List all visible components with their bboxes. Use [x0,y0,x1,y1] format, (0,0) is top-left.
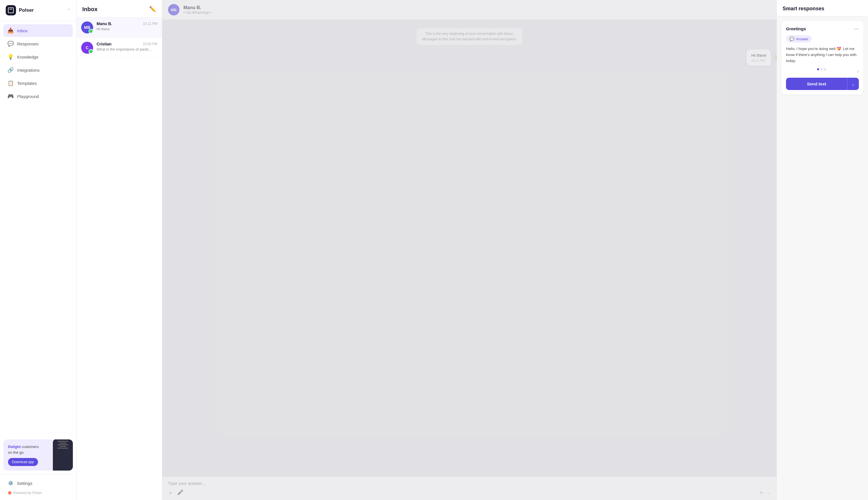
chat-user-avatar: MB [168,4,180,15]
send-text-wrapper: Send text ⌄ [786,78,859,90]
chat-tools-left: ＋ 🎤 [168,489,183,496]
sidebar-item-label-knowledge: Knowledge [17,55,38,59]
conv-preview-cristian: What is the importance of packi... [96,47,158,52]
sidebar-header: Polser ⌃ [0,0,76,21]
response-dots [786,68,857,70]
chat-user-info: Manu B. • Via WhatsApp • [183,5,771,14]
sidebar-item-responses[interactable]: 💬 Responses [3,37,73,50]
greetings-section-header: Greetings — [786,26,859,32]
app-logo [6,5,16,15]
promo-text: Delight customers on the go. [8,444,42,455]
chat-user-name: Manu B. [183,5,771,10]
system-message: This is the very beginning of your conve… [416,28,523,45]
message-time: 10:11 PM [751,59,766,62]
settings-icon: ⚙️ [8,480,13,486]
sidebar-item-inbox[interactable]: 📥 Inbox [3,24,73,37]
avatar-cristian: C ✓ [81,42,93,54]
sidebar-item-integrations[interactable]: 🔗 Integrations [3,64,73,76]
conversation-list: MB ✓ Manu B. 10:11 PM Hi there C ✓ Crist… [77,18,162,500]
sidebar-nav: 📥 Inbox 💬 Responses 💡 Knowledge 🔗 Integr… [0,21,76,436]
avatar-manu: MB ✓ [81,21,93,33]
answer-tag-icon: 💬 [789,36,794,41]
send-text-dropdown-button[interactable]: ⌄ [847,78,859,90]
whatsapp-badge-cristian: ✓ [89,49,93,54]
chat-header: MB Manu B. • Via WhatsApp • [162,0,777,20]
message-wrapper: Hi there 10:11 PM 😊 [168,49,771,66]
brand-chevron-icon[interactable]: ⌃ [67,8,71,13]
conv-preview-manu: Hi there [96,27,158,31]
smart-panel: Smart responses Greetings — 💬 Answer Hel… [777,0,868,500]
whatsapp-badge-manu: ✓ [89,29,93,33]
download-app-button[interactable]: Download app [8,458,38,466]
conv-name-cristian: Cristian [96,42,112,46]
settings-nav-item[interactable]: ⚙️ Settings [4,478,72,489]
smart-panel-title: Smart responses [783,6,862,12]
answer-tag: 💬 Answer [786,35,812,43]
chat-area: MB Manu B. • Via WhatsApp • This is the … [162,0,777,500]
inbox-header: Inbox ✏️ [77,0,162,18]
greetings-section: Greetings — 💬 Answer Hello, I hope you'r… [781,21,864,94]
settings-label: Settings [17,481,32,486]
message-text: Hi there [751,53,766,58]
dot-2 [821,68,823,70]
brand-name: Polser [19,8,64,13]
chat-input-toolbar: ＋ 🎤 ➤ ⌄ [168,489,771,496]
conv-content-manu: Manu B. 10:11 PM Hi there [96,21,158,31]
message-bubble: Hi there 10:11 PM 😊 [746,49,771,66]
smart-panel-content: Greetings — 💬 Answer Hello, I hope you'r… [777,16,868,500]
sidebar-item-playground[interactable]: 🎮 Playground [3,90,73,103]
smart-response-text: Hello, I hope you're doing well 💝. Let m… [786,46,859,64]
sidebar-item-label-templates: Templates [17,81,37,86]
send-dropdown-button[interactable]: ⌄ [767,489,771,496]
dot-3 [824,68,826,70]
sidebar-item-label-responses: Responses [17,42,38,46]
sidebar-item-templates[interactable]: 📋 Templates [3,77,73,89]
sidebar-item-label-playground: Playground [17,94,39,99]
send-button[interactable]: ➤ [760,489,764,496]
chat-input-area: ＋ 🎤 ➤ ⌄ [162,477,777,500]
promo-banner: Delight customers on the go. Download ap… [3,440,73,470]
knowledge-icon: 💡 [8,54,14,60]
promo-phone-image [53,440,73,470]
sidebar-item-knowledge[interactable]: 💡 Knowledge [3,50,73,63]
inbox-title: Inbox [82,6,98,13]
playground-icon: 🎮 [8,93,14,100]
chat-tools-right: ➤ ⌄ [760,489,771,496]
conv-time-cristian: 10:00 PM [143,42,158,46]
conv-time-manu: 10:11 PM [143,22,158,26]
conversation-item-manu[interactable]: MB ✓ Manu B. 10:11 PM Hi there [77,18,162,38]
smart-panel-header: Smart responses [777,0,868,16]
microphone-icon[interactable]: 🎤 [177,489,183,496]
add-attachment-icon[interactable]: ＋ [168,489,173,496]
message-action-button[interactable]: 😊 [773,53,777,62]
chat-messages: This is the very beginning of your conve… [162,20,777,477]
greetings-title: Greetings [786,26,806,31]
powered-by: Powered by Polser [4,489,72,497]
integrations-icon: 🔗 [8,67,14,73]
send-text-button[interactable]: Send text [786,78,847,90]
sidebar-item-label-integrations: Integrations [17,68,39,72]
inbox-panel: Inbox ✏️ MB ✓ Manu B. 10:11 PM Hi there … [77,0,162,500]
responses-icon: 💬 [8,41,14,47]
sidebar: Polser ⌃ 📥 Inbox 💬 Responses 💡 Knowledge… [0,0,77,500]
conv-content-cristian: Cristian 10:00 PM What is the importance… [96,42,158,52]
sidebar-footer: ⚙️ Settings Powered by Polser [0,474,76,500]
chat-input[interactable] [168,481,771,486]
compose-icon[interactable]: ✏️ [149,6,156,13]
templates-icon: 📋 [8,80,14,86]
collapse-icon[interactable]: — [854,26,859,32]
powered-dot-icon [8,491,11,495]
chat-user-status: • Via WhatsApp • [183,10,771,14]
dot-1 [817,68,819,70]
conversation-item-cristian[interactable]: C ✓ Cristian 10:00 PM What is the import… [77,38,162,58]
next-response-button[interactable]: › [857,68,859,74]
conv-name-manu: Manu B. [96,21,112,26]
inbox-icon: 📥 [8,27,14,34]
sidebar-item-label-inbox: Inbox [17,28,28,33]
